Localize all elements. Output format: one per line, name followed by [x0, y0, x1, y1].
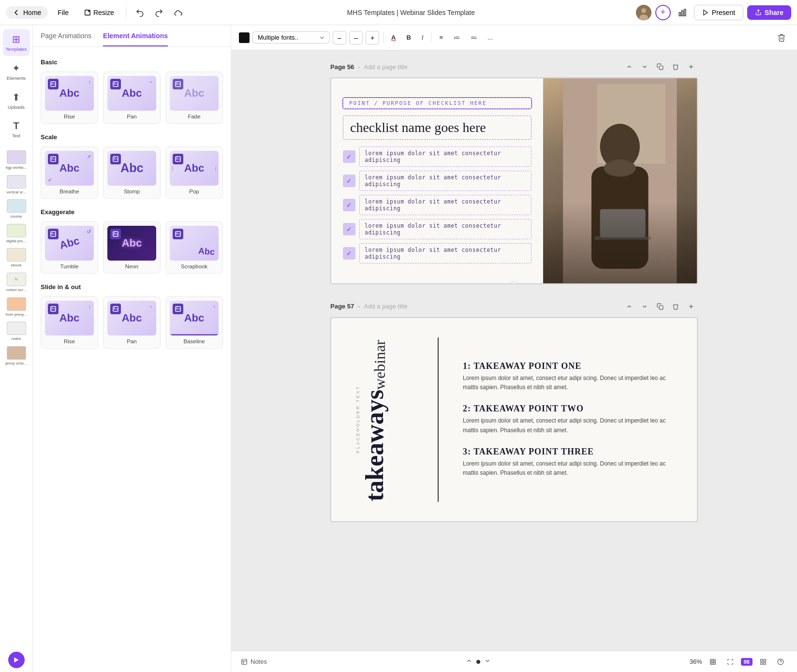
animation-card-baseline[interactable]: ↑ Abc Baseline — [165, 296, 223, 349]
checklist-text-5[interactable]: lorem ipsum dolor sit amet consectetur a… — [359, 243, 531, 263]
page56-add-title[interactable]: Add a page title — [364, 63, 408, 71]
share-button[interactable]: Share — [747, 5, 791, 20]
animation-card-pan-basic[interactable]: → Abc Pan — [103, 72, 161, 124]
page56-duplicate-button[interactable] — [653, 60, 667, 73]
plus-icon — [688, 63, 694, 70]
sidebar-item-digital-pro[interactable]: digital pro... — [4, 222, 29, 245]
sidebar-item-course[interactable]: course — [4, 198, 29, 220]
page57-duplicate-button[interactable] — [653, 300, 667, 313]
tab-element-animations[interactable]: Element Animations — [103, 25, 168, 46]
redo-button[interactable] — [151, 5, 167, 20]
sidebar-item-uploads[interactable]: ⬆ Uploads — [3, 87, 30, 114]
analytics-button[interactable] — [675, 5, 690, 20]
animation-card-rise-basic[interactable]: ↑ Abc Rise — [41, 72, 98, 124]
undo-button[interactable] — [132, 5, 148, 20]
animation-card-rise-slide[interactable]: ↑ Abc Rise — [41, 296, 98, 349]
uploads-icon: ⬆ — [12, 91, 20, 103]
neon-abc: Abc — [122, 237, 142, 249]
checkbox-3[interactable]: ✓ — [343, 199, 355, 211]
checkbox-4[interactable]: ✓ — [343, 223, 355, 235]
sidebar-item-elements[interactable]: ✦ Elements — [3, 58, 30, 85]
sidebar-item-from-jenny[interactable]: from jenny... — [4, 296, 29, 319]
animation-card-stomp[interactable]: Abc Stomp — [103, 146, 161, 199]
more-button[interactable]: ... — [484, 31, 497, 44]
section-scale-title: Scale — [41, 133, 223, 141]
sidebar-item-ebook[interactable]: ebook — [4, 247, 29, 269]
color-box[interactable] — [239, 32, 250, 43]
page57-add-title[interactable]: Add a page title — [364, 303, 408, 310]
checkbox-2[interactable]: ✓ — [343, 175, 355, 187]
animation-card-neon[interactable]: Abc Neon — [103, 221, 161, 274]
page57-down-button[interactable] — [638, 300, 651, 313]
page56-delete-button[interactable] — [669, 60, 682, 73]
italic-button[interactable]: I — [418, 31, 428, 44]
page56-up-button[interactable] — [622, 60, 636, 73]
bold-button[interactable]: B — [402, 31, 414, 44]
stomp-abc: Abc — [120, 161, 144, 175]
tumble-preview: ↺ Abc — [45, 226, 94, 261]
checklist-title-box[interactable]: checklist name goes here — [343, 116, 531, 140]
page56-add-button[interactable] — [684, 60, 698, 73]
checklist-text-4[interactable]: lorem ipsum dolor sit amet consectetur a… — [359, 219, 531, 239]
video-button[interactable] — [8, 652, 25, 668]
resize-button[interactable]: Resize — [78, 6, 120, 19]
sidebar-item-templates[interactable]: ⊞ Templates — [3, 29, 30, 56]
animation-card-tumble[interactable]: ↺ Abc Tumble — [41, 221, 98, 274]
sidebar-item-text[interactable]: T Text — [3, 116, 30, 143]
help-button[interactable] — [774, 655, 787, 669]
notes-button[interactable]: Notes — [241, 658, 267, 665]
font-size-plus-button[interactable]: + — [366, 31, 379, 44]
checkbox-5[interactable]: ✓ — [343, 247, 355, 260]
page57-up-button[interactable] — [622, 300, 636, 313]
tumble-label: Tumble — [60, 263, 79, 269]
add-button[interactable]: + — [655, 5, 671, 20]
grid-view-button[interactable] — [756, 655, 770, 669]
avatar[interactable] — [636, 5, 651, 20]
svg-rect-4 — [679, 13, 680, 16]
list1-button[interactable]: ≔ — [450, 31, 464, 44]
animation-card-scrapbook[interactable]: Abc Scrapbook — [165, 221, 223, 274]
checklist-text-3[interactable]: lorem ipsum dolor sit amet consectetur a… — [359, 195, 531, 215]
side-panel: Page Animations Element Animations Basic… — [33, 25, 231, 672]
checklist-text-1[interactable]: lorem ipsum dolor sit amet consectetur a… — [359, 146, 531, 167]
checklist-header[interactable]: POINT / PURPOSE OF CHECKLIST HERE — [343, 98, 531, 109]
home-button[interactable]: Home — [6, 6, 48, 19]
file-button[interactable]: File — [52, 6, 74, 19]
checkbox-1[interactable]: ✓ — [343, 150, 355, 163]
sidebar-item-kgp-workb[interactable]: kgp workb... — [4, 149, 29, 172]
font-size-minus-button[interactable]: – — [333, 31, 346, 44]
page57-delete-button[interactable] — [669, 300, 682, 313]
animation-card-breathe[interactable]: ↗ ↙ Abc Breathe — [41, 146, 98, 199]
checklist-text-2[interactable]: lorem ipsum dolor sit amet consectetur a… — [359, 171, 531, 191]
animation-card-pop[interactable]: ) ( Abc Pop — [165, 146, 223, 199]
fit-screen-button[interactable] — [706, 655, 720, 669]
expand-button[interactable] — [723, 655, 737, 669]
page56-down-button[interactable] — [638, 60, 651, 73]
font-color-button[interactable]: A — [387, 31, 399, 44]
page57-add-button[interactable] — [684, 300, 698, 313]
present-button[interactable]: Present — [694, 5, 743, 20]
animation-card-pan-slide[interactable]: → Abc Pan — [103, 296, 161, 349]
baseline-preview: ↑ Abc — [170, 301, 219, 336]
font-selector[interactable]: Multiple fonts.. — [252, 31, 330, 44]
canvas-column: Multiple fonts.. – – + A B I — [231, 25, 797, 672]
fade-basic-label: Fade — [188, 114, 200, 119]
font-size-dash-button[interactable]: – — [349, 31, 363, 44]
tab-page-animations[interactable]: Page Animations — [41, 25, 91, 46]
scroll-up-button[interactable] — [466, 657, 472, 666]
avatar-image — [636, 5, 651, 20]
sidebar-item-jenny-victo[interactable]: jenny victo... — [4, 345, 29, 367]
takeaway-text-2: Lorem ipsum dolor sit amet, consect etur… — [463, 416, 673, 435]
baseline-line — [170, 334, 219, 336]
cloud-save-button[interactable] — [171, 5, 186, 20]
delete-button[interactable] — [774, 30, 789, 45]
sidebar-item-vertical-st[interactable]: vertical st... — [4, 174, 29, 196]
list2-button[interactable]: ≕ — [467, 31, 481, 44]
sidebar-item-notion-scr[interactable]: N notion scr... — [4, 271, 29, 294]
animation-card-fade-basic[interactable]: Abc Fade — [165, 72, 223, 124]
sidebar-item-notes[interactable]: notes — [4, 320, 29, 343]
align-button[interactable]: ≡ — [435, 31, 447, 44]
page-count-badge: 98 — [741, 658, 753, 666]
svg-rect-42 — [600, 209, 646, 238]
scroll-down-button[interactable] — [484, 657, 491, 666]
